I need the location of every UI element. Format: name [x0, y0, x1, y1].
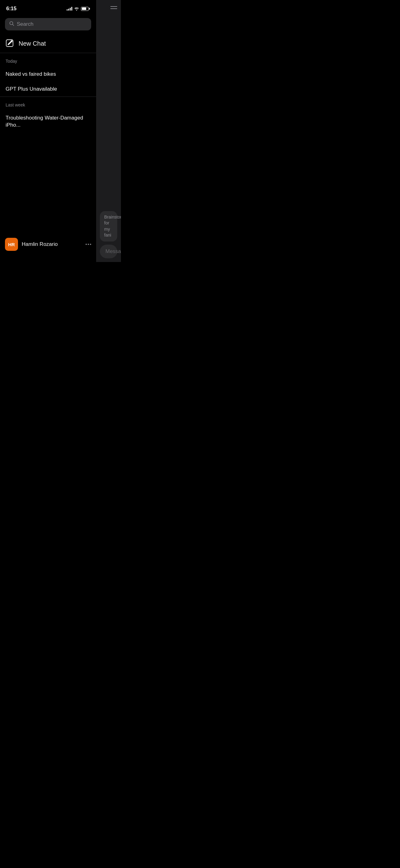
main-panel-bottom: Brainstormfor my fani Message: [96, 207, 121, 262]
new-chat-icon: [6, 39, 14, 48]
chat-item-title-1: Naked vs faired bikes: [6, 71, 56, 77]
section-last-week: Last week: [0, 97, 96, 111]
dot-1: [86, 244, 87, 245]
search-bar[interactable]: Search: [5, 18, 91, 30]
brainstorm-text: Brainstormfor my fani: [104, 215, 121, 238]
main-panel-header: [96, 0, 121, 13]
main-panel: Brainstormfor my fani Message: [96, 0, 121, 262]
status-bar: 6:15: [0, 0, 96, 16]
signal-bar-1: [67, 9, 68, 10]
new-chat-button[interactable]: New Chat: [0, 35, 96, 53]
search-placeholder: Search: [17, 21, 33, 27]
dot-3: [90, 244, 91, 245]
chat-item-3[interactable]: Troubleshooting Water-Damaged iPho...: [0, 111, 96, 133]
user-profile-bar: HR Hamlin Rozario: [0, 234, 96, 254]
battery-icon: [81, 7, 90, 11]
signal-bar-2: [68, 9, 69, 10]
new-chat-label: New Chat: [19, 40, 46, 47]
chat-item-1[interactable]: Naked vs faired bikes: [0, 67, 96, 82]
dot-2: [88, 244, 89, 245]
status-icons: [67, 7, 90, 11]
sidebar: 6:15: [0, 0, 96, 262]
chat-item-title-2: GPT Plus Unavailable: [6, 86, 57, 92]
message-input-bar[interactable]: Message: [100, 245, 117, 258]
section-today: Today: [0, 53, 96, 67]
hamburger-line-1: [110, 6, 117, 7]
signal-bars-icon: [67, 7, 72, 10]
more-options-button[interactable]: [86, 244, 91, 245]
search-icon: [9, 21, 14, 27]
search-bar-container: Search: [0, 16, 96, 35]
signal-bar-3: [70, 8, 71, 10]
status-time: 6:15: [6, 6, 16, 12]
hamburger-menu-icon[interactable]: [110, 6, 117, 9]
chat-item-title-3: Troubleshooting Water-Damaged iPho...: [6, 115, 83, 128]
signal-bar-4: [71, 7, 72, 10]
wifi-icon: [74, 7, 79, 10]
chat-item-2[interactable]: GPT Plus Unavailable: [0, 82, 96, 97]
user-avatar: HR: [5, 238, 18, 251]
brainstorm-bubble: Brainstormfor my fani: [100, 211, 117, 242]
hamburger-line-2: [110, 8, 117, 9]
message-placeholder: Message: [105, 248, 121, 254]
user-name: Hamlin Rozario: [22, 241, 82, 247]
svg-line-1: [13, 25, 14, 26]
